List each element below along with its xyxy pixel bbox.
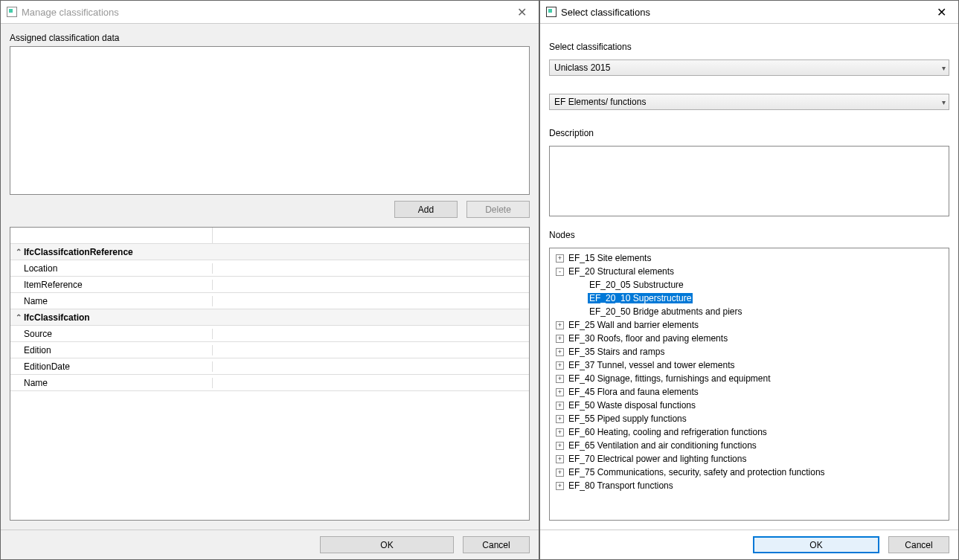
manage-classifications-dialog: Manage classifications ✕ Assigned classi… xyxy=(0,0,539,560)
tree-node-label: EF_37 Tunnel, vessel and tower elements xyxy=(567,360,736,370)
assigned-label: Assigned classification data xyxy=(10,33,530,43)
close-icon[interactable]: ✕ xyxy=(930,5,952,19)
cancel-button[interactable]: Cancel xyxy=(888,536,949,553)
tree-node[interactable]: +EF_37 Tunnel, vessel and tower elements xyxy=(550,358,949,372)
collapse-icon[interactable]: - xyxy=(556,268,564,276)
tree-node[interactable]: +EF_50 Waste disposal functions xyxy=(550,399,949,412)
tree-node[interactable]: +EF_80 Transport functions xyxy=(550,479,949,492)
expand-icon[interactable]: + xyxy=(556,442,564,450)
nodes-label: Nodes xyxy=(549,230,949,240)
tree-node[interactable]: +EF_30 Roofs, floor and paving elements xyxy=(550,332,949,345)
tree-node[interactable]: EF_20_10 Superstructure xyxy=(550,292,949,305)
tree-node[interactable]: +EF_40 Signage, fittings, furnishings an… xyxy=(550,372,949,385)
tree-node[interactable]: +EF_25 Wall and barrier elements xyxy=(550,318,949,332)
tree-node-label: EF_75 Communications, security, safety a… xyxy=(567,467,827,477)
property-key: Name xyxy=(10,296,213,306)
expand-icon[interactable]: + xyxy=(556,415,564,423)
property-group-header[interactable]: ⌃IfcClassifcation xyxy=(10,309,529,326)
app-icon xyxy=(7,7,17,17)
expand-icon[interactable]: + xyxy=(556,469,564,477)
tree-node-label: EF_20_50 Bridge abutments and piers xyxy=(588,306,743,317)
dialog-footer: OK Cancel xyxy=(1,530,539,559)
add-button[interactable]: Add xyxy=(394,201,458,218)
close-icon[interactable]: ✕ xyxy=(510,5,533,19)
tree-node-label: EF_80 Transport functions xyxy=(567,480,675,491)
description-box[interactable] xyxy=(549,146,949,216)
delete-button[interactable]: Delete xyxy=(466,201,530,218)
expand-icon[interactable]: + xyxy=(556,254,564,263)
tree-node-label: EF_35 Stairs and ramps xyxy=(567,347,666,357)
property-grid[interactable]: ⌃IfcClassifcationReferenceLocationItemRe… xyxy=(10,227,530,521)
tree-node[interactable]: +EF_60 Heating, cooling and refrigeratio… xyxy=(550,425,949,439)
property-row[interactable]: EditionDate xyxy=(10,358,529,375)
expand-icon[interactable]: + xyxy=(556,428,564,437)
tree-node-label: EF_20_10 Superstructure xyxy=(588,293,693,303)
tree-node[interactable]: +EF_55 Piped supply functions xyxy=(550,412,949,425)
dialog-body: Assigned classification data Add Delete … xyxy=(1,23,539,530)
description-label: Description xyxy=(549,128,949,138)
tree-node-label: EF_15 Site elements xyxy=(567,253,652,263)
property-row[interactable]: Location xyxy=(10,260,529,277)
property-row[interactable]: Source xyxy=(10,326,529,342)
property-row[interactable]: Edition xyxy=(10,342,529,358)
tree-node-label: EF_60 Heating, cooling and refrigeration… xyxy=(567,427,769,437)
window-title: Select classifications xyxy=(561,7,650,18)
expand-icon[interactable]: + xyxy=(556,482,564,490)
app-icon xyxy=(546,7,557,17)
tree-node[interactable]: +EF_45 Flora and fauna elements xyxy=(550,385,949,399)
no-expand-icon xyxy=(577,295,585,303)
nodes-tree[interactable]: +EF_15 Site elements-EF_20 Structural el… xyxy=(549,248,949,521)
property-row[interactable]: Name xyxy=(10,375,529,391)
expand-icon[interactable]: + xyxy=(556,335,564,343)
classification-table-select[interactable]: EF Elements/ functions ▾ xyxy=(549,94,949,110)
tree-node[interactable]: +EF_70 Electrical power and lighting fun… xyxy=(550,452,949,466)
assigned-list[interactable] xyxy=(10,46,530,195)
expand-icon[interactable]: + xyxy=(556,455,564,463)
tree-node-label: EF_70 Electrical power and lighting func… xyxy=(567,454,748,464)
tree-node-label: EF_20_05 Substructure xyxy=(588,280,685,290)
tree-node[interactable]: +EF_35 Stairs and ramps xyxy=(550,345,949,358)
expand-icon[interactable]: + xyxy=(556,348,564,356)
tree-node[interactable]: +EF_65 Ventilation and air conditioning … xyxy=(550,439,949,452)
cancel-button[interactable]: Cancel xyxy=(463,536,530,553)
tree-node[interactable]: EF_20_05 Substructure xyxy=(550,278,949,292)
dialog-footer: OK Cancel xyxy=(540,530,958,559)
property-key: Edition xyxy=(10,345,213,355)
title-bar: Select classifications ✕ xyxy=(540,1,958,23)
ok-button[interactable]: OK xyxy=(753,536,879,553)
property-row[interactable]: Name xyxy=(10,293,529,309)
tree-node-label: EF_65 Ventilation and air conditioning f… xyxy=(567,440,758,451)
tree-node-label: EF_40 Signage, fittings, furnishings and… xyxy=(567,373,772,384)
property-row[interactable]: ItemReference xyxy=(10,277,529,293)
expand-icon[interactable]: + xyxy=(556,375,564,383)
no-expand-icon xyxy=(577,308,585,316)
property-key: EditionDate xyxy=(10,361,213,372)
select-value: Uniclass 2015 xyxy=(554,62,610,73)
tree-node-label: EF_30 Roofs, floor and paving elements xyxy=(567,333,729,344)
tree-node-label: EF_55 Piped supply functions xyxy=(567,413,688,424)
property-group-title: IfcClassifcationReference xyxy=(24,247,133,257)
tree-node[interactable]: +EF_15 Site elements xyxy=(550,251,949,265)
tree-node-label: EF_50 Waste disposal functions xyxy=(567,400,697,411)
expand-icon[interactable]: + xyxy=(556,321,564,329)
tree-node[interactable]: EF_20_50 Bridge abutments and piers xyxy=(550,305,949,318)
chevron-down-icon: ▾ xyxy=(942,98,946,106)
expand-icon[interactable]: + xyxy=(556,361,564,370)
list-buttons: Add Delete xyxy=(10,201,530,218)
property-group-header[interactable]: ⌃IfcClassifcationReference xyxy=(10,244,529,260)
window-title: Manage classifications xyxy=(22,7,119,18)
property-key: Source xyxy=(10,329,213,339)
property-group-title: IfcClassifcation xyxy=(24,312,90,323)
chevron-down-icon: ▾ xyxy=(942,64,946,72)
tree-node-label: EF_25 Wall and barrier elements xyxy=(567,320,700,330)
tree-node[interactable]: +EF_75 Communications, security, safety … xyxy=(550,466,949,479)
property-key: Location xyxy=(10,263,213,274)
classification-system-select[interactable]: Uniclass 2015 ▾ xyxy=(549,59,949,76)
tree-node[interactable]: -EF_20 Structural elements xyxy=(550,265,949,278)
select-classifications-dialog: Select classifications ✕ Select classifi… xyxy=(539,0,959,560)
ok-button[interactable]: OK xyxy=(320,536,454,553)
expand-icon[interactable]: + xyxy=(556,388,564,396)
select-value: EF Elements/ functions xyxy=(554,97,646,107)
expand-icon[interactable]: + xyxy=(556,402,564,410)
property-key: ItemReference xyxy=(10,280,213,290)
